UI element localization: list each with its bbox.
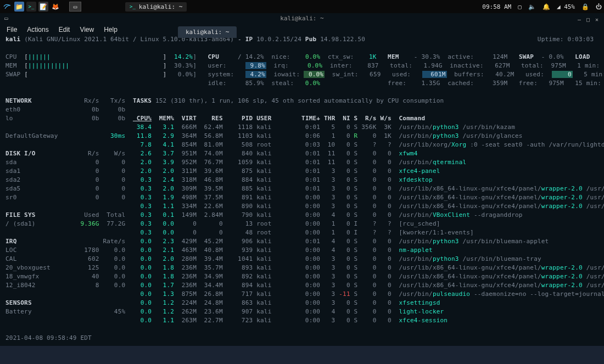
window-controls: — □ ✕ xyxy=(572,13,604,25)
workspace-switcher[interactable]: ▭ xyxy=(69,2,81,12)
task-label: kali@kali: ~ xyxy=(139,3,182,10)
close-button[interactable]: ✕ xyxy=(593,15,601,23)
menu-edit[interactable]: Edit xyxy=(59,26,70,33)
firefox-icon[interactable]: 🦊 xyxy=(51,2,60,12)
window-title: kali@kali: ~ xyxy=(280,15,323,22)
display-icon[interactable]: ▢ xyxy=(518,3,522,10)
menu-actions[interactable]: Actions xyxy=(27,26,48,33)
files-icon[interactable]: 📁 xyxy=(14,2,24,12)
lock-icon[interactable]: 🔒 xyxy=(581,3,589,10)
taskbar-item[interactable]: >_ kali@kali: ~ xyxy=(125,2,187,12)
minimize-button[interactable]: — xyxy=(575,15,583,23)
power-icon[interactable]: ⏻ xyxy=(596,3,602,10)
terminal-small-icon: >_ xyxy=(130,4,136,9)
terminal-icon[interactable]: >_ xyxy=(26,2,36,12)
menu-file[interactable]: File xyxy=(7,26,17,33)
maximize-button[interactable]: □ xyxy=(584,15,592,23)
battery-icon[interactable]: ◢ 45% xyxy=(557,3,575,10)
notification-icon[interactable]: 🔔 xyxy=(543,3,550,10)
editor-icon[interactable]: 📝 xyxy=(38,2,48,12)
terminal-tab[interactable]: kali@kali: ~ xyxy=(178,26,237,38)
terminal-output: kali (Kali GNU/Linux 2021.1 64bit / Linu… xyxy=(0,32,604,346)
menu-view[interactable]: View xyxy=(80,26,94,33)
desktop-panel: 📁 >_ 📝 🦊 ▭ >_ kali@kali: ~ 09:58 AM ▢ 🔈 … xyxy=(0,0,604,13)
window-menu-icon[interactable]: ▭ xyxy=(4,15,8,22)
clock[interactable]: 09:58 AM xyxy=(482,3,511,10)
kali-menu-icon[interactable] xyxy=(2,2,12,12)
volume-icon[interactable]: 🔈 xyxy=(528,3,536,10)
menu-help[interactable]: Help xyxy=(104,26,118,33)
